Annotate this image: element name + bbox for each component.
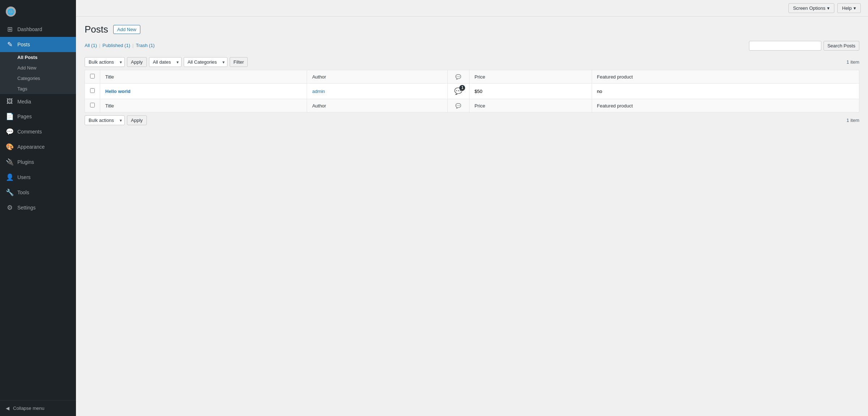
posts-icon: ✎ [6, 41, 14, 48]
apply-bottom-button[interactable]: Apply [127, 115, 147, 125]
sep1: | [99, 43, 100, 48]
sidebar-label-pages: Pages [17, 114, 32, 119]
content-area: Posts Add New All (1) | Published (1) | … [76, 17, 868, 416]
sidebar-label-appearance: Appearance [17, 144, 45, 150]
sidebar-item-comments[interactable]: 💬 Comments [0, 124, 76, 139]
sidebar: 🌐 ⊞ Dashboard ✎ Posts All Posts Add New … [0, 0, 76, 416]
table-header-row: Title Author 💬 Price Featured product [85, 70, 859, 84]
appearance-icon: 🎨 [6, 143, 14, 151]
header-featured: Featured product [592, 70, 859, 84]
all-categories-select[interactable]: All Categories [184, 57, 227, 67]
page-title: Posts [85, 24, 108, 35]
select-all-checkbox[interactable] [90, 74, 95, 78]
bulk-actions-bottom-select[interactable]: Bulk actions [85, 115, 125, 125]
search-posts-button[interactable]: Search Posts [824, 41, 859, 51]
bulk-actions-top-wrap: Bulk actions [85, 57, 125, 67]
sidebar-label-posts: Posts [17, 42, 30, 47]
sidebar-item-tools[interactable]: 🔧 Tools [0, 185, 76, 200]
screen-options-label: Screen Options [793, 5, 826, 11]
post-title-link[interactable]: Hello world [105, 89, 131, 94]
bottom-controls: Bulk actions Apply 1 item [85, 115, 859, 125]
sidebar-logo: 🌐 [0, 0, 76, 22]
main-content: Screen Options ▾ Help ▾ Posts Add New Al… [76, 0, 868, 416]
help-chevron-icon: ▾ [854, 5, 856, 11]
footer-comments: 💬 [447, 99, 469, 113]
footer-checkbox-cell [85, 99, 100, 113]
submenu-categories[interactable]: Categories [0, 73, 76, 84]
footer-title[interactable]: Title [100, 99, 307, 113]
bulk-actions-top-select[interactable]: Bulk actions [85, 57, 125, 67]
submenu-all-posts[interactable]: All Posts [0, 52, 76, 63]
row-comment-cell: 💬 1 [447, 84, 469, 99]
apply-top-button[interactable]: Apply [127, 57, 147, 67]
all-dates-select[interactable]: All dates [149, 57, 182, 67]
help-label: Help [842, 5, 852, 11]
help-button[interactable]: Help ▾ [837, 3, 861, 13]
pages-icon: 📄 [6, 113, 14, 120]
posts-submenu: All Posts Add New Categories Tags [0, 52, 76, 94]
sidebar-item-dashboard[interactable]: ⊞ Dashboard [0, 22, 76, 37]
bulk-actions-bottom-wrap: Bulk actions [85, 115, 125, 125]
items-count-bottom: 1 item [847, 118, 859, 123]
plugins-icon: 🔌 [6, 158, 14, 166]
sidebar-item-appearance[interactable]: 🎨 Appearance [0, 139, 76, 154]
sidebar-item-settings[interactable]: ⚙ Settings [0, 200, 76, 215]
sidebar-item-posts[interactable]: ✎ Posts [0, 37, 76, 52]
tab-all[interactable]: All (1) [85, 43, 97, 48]
add-new-button[interactable]: Add New [113, 25, 140, 34]
tools-icon: 🔧 [6, 188, 14, 196]
submenu-tags[interactable]: Tags [0, 84, 76, 94]
items-count-top: 1 item [847, 59, 859, 65]
search-area: Search Posts [749, 41, 859, 51]
collapse-arrow-icon: ◀ [6, 406, 9, 411]
tab-published[interactable]: Published (1) [102, 43, 130, 48]
row-checkbox-cell [85, 84, 100, 99]
filter-tabs: All (1) | Published (1) | Trash (1) [85, 43, 155, 48]
filter-button[interactable]: Filter [230, 57, 248, 67]
row-price-cell: $50 [469, 84, 592, 99]
comments-header-icon: 💬 [455, 74, 461, 80]
sidebar-label-settings: Settings [17, 205, 36, 211]
sidebar-label-tools: Tools [17, 190, 29, 195]
all-categories-wrap: All Categories [184, 57, 227, 67]
screen-options-button[interactable]: Screen Options ▾ [788, 3, 835, 13]
footer-author: Author [307, 99, 448, 113]
header-checkbox-cell [85, 70, 100, 84]
search-input[interactable] [749, 41, 821, 51]
settings-icon: ⚙ [6, 204, 14, 212]
sidebar-item-media[interactable]: 🖼 Media [0, 94, 76, 109]
footer-select-all-checkbox[interactable] [90, 103, 95, 107]
sidebar-item-pages[interactable]: 📄 Pages [0, 109, 76, 124]
comments-icon: 💬 [6, 128, 14, 136]
footer-comments-icon: 💬 [455, 103, 461, 109]
submenu-add-new[interactable]: Add New [0, 63, 76, 73]
dashboard-icon: ⊞ [6, 25, 14, 33]
sidebar-item-plugins[interactable]: 🔌 Plugins [0, 154, 76, 170]
header-title[interactable]: Title [100, 70, 307, 84]
sep2: | [132, 43, 133, 48]
collapse-menu-label: Collapse menu [13, 406, 44, 411]
row-checkbox[interactable] [90, 88, 95, 93]
header-price: Price [469, 70, 592, 84]
users-icon: 👤 [6, 173, 14, 181]
footer-featured: Featured product [592, 99, 859, 113]
posts-table: Title Author 💬 Price Featured product [85, 70, 859, 113]
sidebar-item-users[interactable]: 👤 Users [0, 170, 76, 185]
all-dates-wrap: All dates [149, 57, 182, 67]
page-header: Posts Add New [85, 24, 859, 35]
tab-trash[interactable]: Trash (1) [136, 43, 154, 48]
top-filter-bar: Bulk actions Apply All dates All Categor… [85, 57, 859, 67]
row-title-cell: Hello world [100, 84, 307, 99]
row-featured-cell: no [592, 84, 859, 99]
author-link[interactable]: admin [312, 89, 325, 94]
table-row: Hello world admin 💬 1 $50 no [85, 84, 859, 99]
sidebar-label-users: Users [17, 174, 31, 180]
topbar: Screen Options ▾ Help ▾ [76, 0, 868, 17]
table-footer-row: Title Author 💬 Price Featured product [85, 99, 859, 113]
media-icon: 🖼 [6, 98, 14, 105]
wordpress-icon: 🌐 [6, 7, 16, 17]
collapse-menu-button[interactable]: ◀ Collapse menu [0, 400, 76, 416]
comment-bubble: 💬 1 [454, 87, 462, 95]
sidebar-label-comments: Comments [17, 129, 42, 135]
sidebar-label-media: Media [17, 99, 31, 105]
